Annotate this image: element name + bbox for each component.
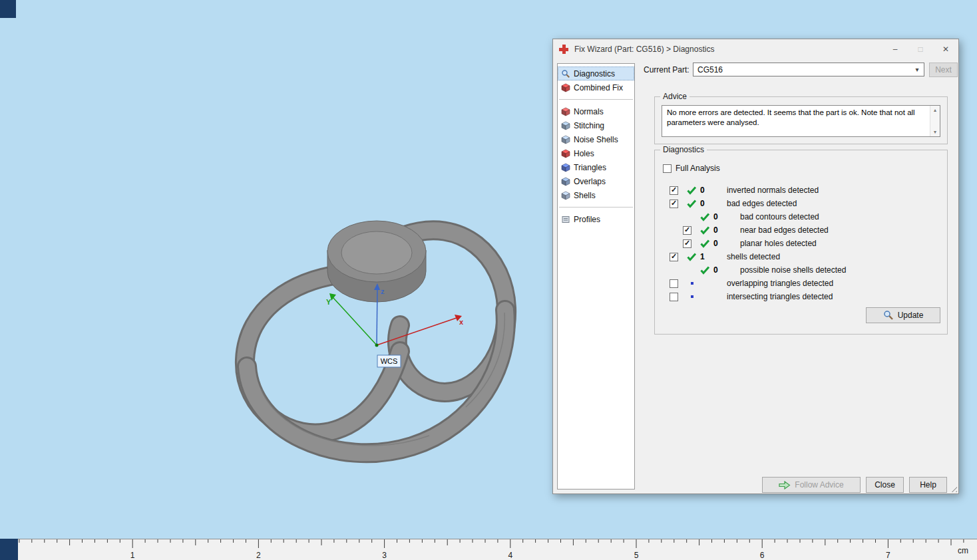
ruler-number: 4 bbox=[508, 551, 512, 560]
detection-label: bad contours detected bbox=[740, 212, 819, 221]
sidebar-item-triangles[interactable]: Triangles bbox=[558, 160, 634, 174]
sidebar-item-label: Holes bbox=[574, 149, 594, 158]
cube-icon bbox=[561, 149, 570, 158]
green-check-icon bbox=[700, 239, 710, 248]
green-check-icon bbox=[687, 253, 697, 261]
diagnostic-row: 1shells detected bbox=[655, 250, 947, 263]
status-check bbox=[687, 200, 700, 208]
viewport-corner-marker-top bbox=[0, 0, 16, 18]
row-checkbox[interactable] bbox=[670, 200, 678, 208]
scroll-down-icon[interactable]: ▾ bbox=[934, 129, 936, 135]
detection-count: 0 bbox=[713, 239, 740, 248]
status-check bbox=[700, 226, 713, 235]
status-check bbox=[687, 186, 700, 195]
help-button[interactable]: Help bbox=[909, 477, 947, 493]
current-part-select[interactable]: CG516 ▾ bbox=[693, 63, 924, 76]
row-checkbox[interactable] bbox=[670, 293, 678, 301]
application-window: x Y z WCS 01234567cm Fix Wizard (Part: C… bbox=[0, 0, 977, 560]
row-checkbox[interactable] bbox=[670, 279, 678, 288]
sidebar-item-diagnostics[interactable]: Diagnostics bbox=[558, 67, 634, 80]
z-axis-label: z bbox=[381, 287, 385, 295]
detection-label: near bad edges detected bbox=[740, 225, 829, 235]
full-analysis-option[interactable]: Full Analysis bbox=[663, 164, 720, 173]
advice-text-area: No more errors are detected. It seems th… bbox=[662, 105, 940, 137]
status-check bbox=[700, 239, 713, 248]
diagnostic-row: 0planar holes detected bbox=[655, 237, 947, 250]
ruler-number: 2 bbox=[256, 551, 261, 560]
full-analysis-label: Full Analysis bbox=[676, 164, 720, 173]
follow-advice-button[interactable]: Follow Advice bbox=[762, 477, 861, 493]
bezel-recess bbox=[341, 231, 412, 274]
close-button[interactable]: Close bbox=[866, 477, 904, 493]
row-checkbox-slot bbox=[683, 226, 700, 235]
diagnostic-row: 0bad edges detected bbox=[655, 197, 947, 210]
ruler-number: 6 bbox=[760, 551, 765, 560]
blue-dot-icon bbox=[691, 295, 693, 298]
sidebar-item-shells[interactable]: Shells bbox=[558, 188, 634, 202]
ring-model[interactable] bbox=[245, 221, 506, 453]
row-checkbox-slot bbox=[670, 186, 687, 195]
sidebar-item-label: Diagnostics bbox=[574, 69, 615, 78]
ruler-number: 7 bbox=[886, 551, 890, 560]
cube-icon bbox=[561, 107, 570, 116]
row-checkbox[interactable] bbox=[670, 253, 678, 261]
y-axis-label: Y bbox=[326, 298, 331, 306]
scroll-up-icon[interactable]: ▴ bbox=[934, 107, 936, 113]
cube-icon bbox=[561, 121, 570, 130]
cube-icon bbox=[561, 177, 570, 186]
status-check bbox=[700, 266, 713, 275]
sidebar-item-noise-shells[interactable]: Noise Shells bbox=[558, 132, 634, 146]
ruler-unit: cm bbox=[958, 546, 968, 555]
row-checkbox-slot bbox=[670, 293, 687, 301]
row-checkbox[interactable] bbox=[683, 239, 691, 248]
sidebar-item-label: Overlaps bbox=[574, 177, 606, 186]
sidebar-item-label: Shells bbox=[574, 191, 596, 200]
horizontal-ruler: 01234567cm bbox=[0, 539, 977, 560]
advice-scrollbar[interactable]: ▴ ▾ bbox=[930, 106, 940, 136]
row-checkbox-slot bbox=[670, 279, 687, 288]
advice-text: No more errors are detected. It seems th… bbox=[662, 106, 930, 136]
detection-count: 0 bbox=[700, 186, 727, 195]
cube-icon bbox=[561, 191, 570, 200]
sidebar-item-holes[interactable]: Holes bbox=[558, 146, 634, 160]
diagnostic-row: 0near bad edges detected bbox=[655, 223, 947, 237]
row-checkbox[interactable] bbox=[670, 186, 678, 195]
blue-dot-icon bbox=[691, 282, 693, 285]
sidebar-item-profiles[interactable]: Profiles bbox=[558, 212, 634, 226]
detection-count: 0 bbox=[700, 199, 727, 208]
dialog-title: Fix Wizard (Part: CG516) > Diagnostics bbox=[574, 45, 714, 54]
sidebar-item-stitching[interactable]: Stitching bbox=[558, 118, 634, 132]
sidebar-item-combined-fix[interactable]: Combined Fix bbox=[558, 80, 634, 94]
sidebar-item-normals[interactable]: Normals bbox=[558, 104, 634, 118]
sidebar-item-label: Combined Fix bbox=[574, 83, 623, 92]
ruler-number: 1 bbox=[130, 551, 135, 560]
wcs-tag: WCS bbox=[377, 355, 401, 367]
maximize-button[interactable]: □ bbox=[908, 39, 933, 59]
resize-grip[interactable] bbox=[949, 484, 957, 492]
status-check bbox=[700, 213, 713, 221]
chevron-down-icon: ▾ bbox=[910, 66, 924, 73]
close-window-button[interactable]: ✕ bbox=[933, 39, 958, 59]
dialog-titlebar[interactable]: Fix Wizard (Part: CG516) > Diagnostics –… bbox=[553, 39, 958, 59]
diagnostic-row: intersecting triangles detected bbox=[655, 290, 947, 303]
detection-label: planar holes detected bbox=[740, 239, 817, 248]
minimize-button[interactable]: – bbox=[882, 39, 908, 59]
detection-label: overlapping triangles detected bbox=[727, 279, 833, 288]
row-checkbox[interactable] bbox=[683, 226, 691, 235]
full-analysis-checkbox[interactable] bbox=[663, 164, 672, 173]
x-axis-label: x bbox=[459, 318, 464, 326]
green-check-icon bbox=[687, 186, 697, 195]
cube-icon bbox=[561, 83, 570, 92]
row-checkbox-slot bbox=[670, 253, 687, 261]
detection-label: bad edges detected bbox=[727, 199, 797, 208]
sidebar-separator bbox=[559, 207, 633, 208]
magnifier-icon bbox=[883, 310, 894, 321]
detection-label: shells detected bbox=[727, 252, 780, 261]
next-button[interactable]: Next bbox=[929, 63, 958, 77]
sidebar-item-overlaps[interactable]: Overlaps bbox=[558, 174, 634, 188]
update-button[interactable]: Update bbox=[866, 307, 940, 323]
fix-wizard-dialog: Fix Wizard (Part: CG516) > Diagnostics –… bbox=[552, 39, 959, 494]
detection-count: 0 bbox=[713, 265, 740, 275]
diagnostic-row: 0bad contours detected bbox=[655, 210, 947, 223]
profiles-icon bbox=[561, 215, 570, 224]
